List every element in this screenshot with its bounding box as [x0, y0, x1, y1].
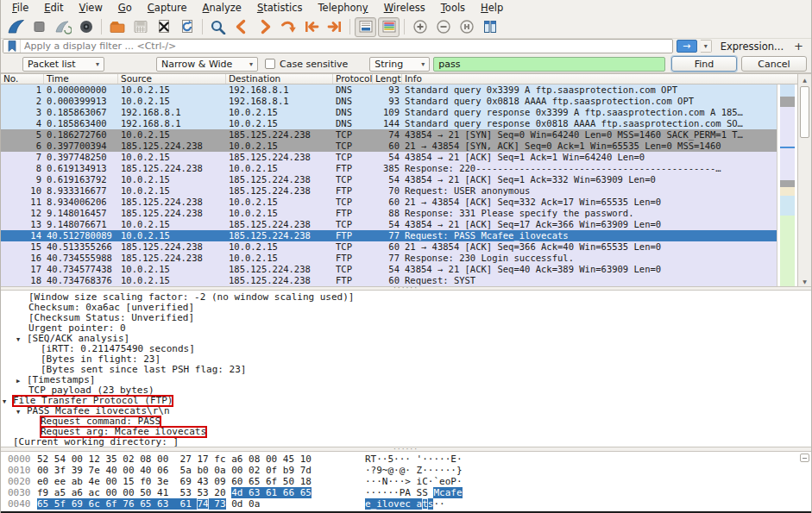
reload-file-icon[interactable] [176, 17, 198, 37]
ascii-segment[interactable]: ·· [433, 498, 444, 510]
zoom-original-icon[interactable] [456, 17, 477, 37]
packet-row-16[interactable]: 1640.734555988185.125.224.23810.0.2.15FT… [1, 253, 777, 264]
scroll-down-icon[interactable]: ▼ [798, 276, 811, 286]
menu-view[interactable]: View [72, 1, 110, 15]
find-packet-icon[interactable] [207, 17, 229, 37]
ascii-segment-highlighted[interactable]: Mcafe [433, 487, 462, 498]
go-to-packet-icon[interactable] [277, 17, 299, 37]
char-width-value: Narrow & Wide [161, 59, 232, 70]
hex-byte-segment[interactable]: e0 ee ab 4e 00 15 f0 3e 69 43 09 60 65 6… [37, 476, 312, 487]
packet-list-minimap[interactable] [777, 84, 797, 286]
filter-history-dropdown[interactable]: ▾ [701, 40, 712, 53]
search-input[interactable] [433, 57, 665, 72]
packet-row-8[interactable]: 80.619134913185.125.224.23810.0.2.15FTP3… [1, 163, 777, 174]
open-file-icon[interactable] [106, 17, 128, 37]
column-header-length[interactable]: Length [373, 74, 402, 84]
filter-bookmark-button[interactable] [3, 40, 21, 53]
apply-filter-button[interactable]: → [677, 40, 697, 53]
add-filter-button[interactable]: + [792, 40, 809, 53]
menu-wireless[interactable]: Wireless [376, 1, 433, 15]
zoom-out-icon[interactable] [432, 17, 454, 37]
packet-row-5[interactable]: 50.18627276010.0.2.15185.125.224.238TCP7… [1, 129, 777, 141]
expression-button[interactable]: Expression... [715, 41, 789, 53]
hex-byte-segment-highlighted[interactable]: 74 [197, 498, 208, 510]
menu-tools[interactable]: Tools [433, 1, 473, 15]
packet-row-1[interactable]: 10.00000000010.0.2.15192.168.8.1DNS93Sta… [1, 84, 777, 96]
column-header-destination[interactable]: Destination [226, 74, 333, 84]
go-forward-icon[interactable] [254, 17, 275, 37]
go-back-icon[interactable] [230, 17, 252, 37]
packet-row-14[interactable]: 1440.51278008910.0.2.15185.125.224.238FT… [1, 230, 777, 241]
scrollbar-thumb[interactable] [800, 86, 809, 138]
packet-row-4[interactable]: 40.185863400192.168.8.110.0.2.15DNS144St… [1, 118, 777, 129]
find-button[interactable]: Find [671, 56, 737, 72]
go-last-icon[interactable] [324, 17, 345, 37]
menu-analyze[interactable]: Analyze [195, 1, 249, 15]
ascii-segment[interactable]: RT··5··· '·····E· [365, 454, 463, 465]
packet-row-12[interactable]: 129.148016457185.125.224.23810.0.2.15FTP… [1, 208, 777, 219]
bytes-scrollbar-thumb[interactable] [800, 454, 809, 462]
save-file-icon[interactable] [129, 17, 151, 37]
search-type-select[interactable]: String▾ [369, 57, 430, 72]
ascii-segment-highlighted[interactable]: e_ilovec a [365, 498, 422, 510]
cell-src: 192.168.8.1 [118, 118, 226, 129]
stop-capture-icon[interactable] [28, 17, 50, 37]
packet-row-6[interactable]: 60.397700394185.125.224.23810.0.2.15TCP6… [1, 141, 777, 152]
packet-row-17[interactable]: 1740.73457743810.0.2.15185.125.224.238TC… [1, 264, 777, 275]
hex-byte-segment[interactable]: 0d 0a [226, 498, 261, 510]
hex-byte-segment-highlighted[interactable]: 65 5f 69 6c 6f 76 65 63 61 [37, 498, 197, 510]
packet-row-7[interactable]: 70.39774825010.0.2.15185.125.224.238TCP5… [1, 152, 777, 163]
ascii-segment[interactable]: ···N···> iC·`eoP· [365, 476, 463, 487]
start-capture-icon[interactable] [5, 17, 27, 37]
detail-line[interactable]: [Current working directory: ] [1, 437, 811, 447]
cell-src: 10.0.2.15 [118, 96, 226, 107]
zoom-in-icon[interactable] [409, 17, 431, 37]
menu-go[interactable]: Go [110, 1, 140, 15]
packet-row-11[interactable]: 118.934006206185.125.224.23810.0.2.15TCP… [1, 197, 777, 208]
cell-src: 10.0.2.15 [118, 152, 226, 163]
menu-statistics[interactable]: Statistics [249, 1, 311, 15]
cell-time: 40.513355266 [44, 241, 118, 253]
menu-help[interactable]: Help [473, 1, 511, 15]
hex-byte-segment-highlighted[interactable]: 73 [209, 498, 226, 510]
column-header-time[interactable]: Time [44, 74, 118, 84]
detail-line[interactable]: [Bytes sent since last PSH flag: 23] [1, 365, 811, 375]
packet-row-15[interactable]: 1540.513355266185.125.224.23810.0.2.15TC… [1, 241, 777, 253]
menu-telephony[interactable]: Telephony [310, 1, 375, 15]
column-header-protocol[interactable]: Protocol [333, 74, 373, 84]
column-header-info[interactable]: Info [402, 74, 777, 84]
close-file-icon[interactable] [153, 17, 174, 37]
hex-byte-segment[interactable]: 00 3f 39 7e 40 00 40 06 5a b0 0a 00 02 0… [37, 465, 312, 476]
search-scope-select[interactable]: Packet list▾ [22, 57, 104, 72]
column-header-no[interactable]: No. [1, 74, 44, 84]
go-first-icon[interactable] [300, 17, 322, 37]
capture-options-icon[interactable] [75, 17, 97, 37]
hex-byte-segment[interactable]: f9 a5 a6 ac 00 00 50 41 53 53 20 [37, 487, 231, 498]
ascii-segment-highlighted[interactable]: t [422, 498, 428, 510]
packet-row-9[interactable]: 90.61916379210.0.2.15185.125.224.238TCP5… [1, 174, 777, 185]
cancel-button[interactable]: Cancel [741, 56, 807, 72]
hex-byte-segment-highlighted[interactable]: 4d 63 61 66 65 [231, 487, 312, 498]
cell-proto: TCP [333, 152, 373, 163]
char-width-select[interactable]: Narrow & Wide▾ [156, 57, 258, 72]
menu-file[interactable]: File [4, 1, 36, 15]
menu-capture[interactable]: Capture [140, 1, 195, 15]
display-filter-input[interactable] [21, 40, 672, 53]
packet-list-scrollbar[interactable]: ▲ ▼ [797, 74, 811, 286]
colorize-icon[interactable] [378, 17, 400, 37]
packet-row-10[interactable]: 108.93331667710.0.2.15185.125.224.238FTP… [1, 185, 777, 197]
case-sensitive-checkbox[interactable] [265, 59, 275, 69]
ascii-segment[interactable]: ·?9~@·@· Z······} [365, 465, 463, 476]
resize-columns-icon[interactable] [479, 17, 500, 37]
restart-capture-icon[interactable] [52, 17, 73, 37]
packet-row-18[interactable]: 1840.73476837610.0.2.15185.125.224.238FT… [1, 275, 777, 286]
packet-row-3[interactable]: 30.185863067192.168.8.110.0.2.15DNS109St… [1, 107, 777, 118]
column-header-source[interactable]: Source [118, 74, 226, 84]
menu-edit[interactable]: Edit [36, 1, 71, 15]
ascii-segment[interactable]: ······PA SS [365, 487, 433, 498]
auto-scroll-icon[interactable] [355, 17, 376, 37]
hex-byte-segment[interactable]: 52 54 00 12 35 02 08 00 27 17 fc a6 08 0… [37, 454, 312, 465]
scroll-up-icon[interactable]: ▲ [798, 74, 811, 84]
packet-row-2[interactable]: 20.00039991310.0.2.15192.168.8.1DNS93Sta… [1, 96, 777, 107]
packet-row-13[interactable]: 139.14807667110.0.2.15185.125.224.238TCP… [1, 219, 777, 230]
